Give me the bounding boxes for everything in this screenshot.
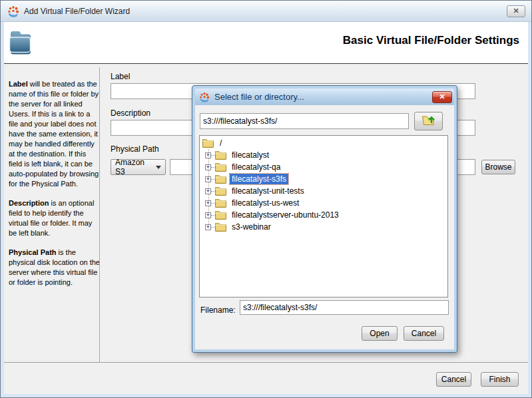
expand-plus-icon[interactable]: +	[205, 200, 211, 206]
expand-plus-icon[interactable]: +	[205, 176, 211, 182]
tree-root-item[interactable]: /	[200, 137, 447, 149]
help-paragraph-description: Description is an optional field to help…	[9, 198, 101, 238]
folder-icon	[215, 150, 226, 160]
expand-plus-icon[interactable]: +	[205, 188, 211, 194]
browse-button[interactable]: Browse	[481, 160, 515, 174]
folder-icon	[215, 198, 226, 208]
expand-plus-icon[interactable]: +	[205, 152, 211, 158]
wizard-header: Basic Virtual File/Folder Settings	[4, 22, 528, 64]
tree-item-label: filecatalyst-unit-tests	[230, 186, 306, 196]
blue-folder-icon	[9, 26, 33, 59]
tree-item[interactable]: + filecatalystserver-ubuntu-2013	[200, 209, 447, 221]
expand-plus-icon[interactable]: +	[205, 212, 211, 218]
tree-children: + filecatalyst + filecatalyst-qa +	[200, 149, 447, 233]
file-chooser-dialog: Select file or directory... ✕	[192, 85, 457, 353]
tree-root-label: /	[218, 138, 224, 148]
wizard-finish-button[interactable]: Finish	[481, 372, 519, 387]
folder-icon	[215, 186, 226, 196]
tree-item-label: filecatalyst-s3fs	[230, 174, 288, 184]
open-button[interactable]: Open	[362, 326, 398, 341]
storage-type-selected-value: Amazon S3	[115, 158, 153, 176]
folder-icon	[215, 174, 226, 184]
window-title: Add Virtual File/Folder Wizard	[24, 7, 507, 16]
tree-item[interactable]: + filecatalyst	[200, 149, 447, 161]
filename-input[interactable]	[240, 300, 449, 315]
tree-item[interactable]: + filecatalyst-unit-tests	[200, 185, 447, 197]
folder-icon	[215, 222, 226, 232]
filename-label: Filename:	[200, 305, 236, 315]
dialog-cancel-button[interactable]: Cancel	[403, 326, 444, 341]
folder-up-icon	[421, 114, 436, 129]
expand-plus-icon[interactable]: +	[205, 164, 211, 170]
help-paragraph-label: Label will be treated as the name of thi…	[9, 79, 101, 189]
tree-item-label: filecatalystserver-ubuntu-2013	[230, 210, 341, 220]
file-chooser-titlebar: Select file or directory... ✕	[195, 89, 454, 105]
tree-item[interactable]: + filecatalyst-qa	[200, 161, 447, 173]
wizard-window: Add Virtual File/Folder Wizard ✕ Basic V…	[0, 0, 532, 398]
tree-item[interactable]: + filecatalyst-s3fs	[200, 173, 447, 185]
help-text-panel: Label will be treated as the name of thi…	[9, 79, 101, 297]
chevron-down-icon	[156, 166, 161, 169]
folder-icon	[202, 138, 214, 148]
description-field-label: Description	[111, 108, 150, 118]
tree-item-label: filecatalyst-us-west	[230, 198, 301, 208]
tree-item-label: filecatalyst-qa	[230, 162, 282, 172]
storage-type-dropdown[interactable]: Amazon S3	[111, 159, 166, 175]
tree-item-label: filecatalyst	[230, 150, 271, 160]
path-input[interactable]	[200, 113, 409, 129]
page-title: Basic Virtual File/Folder Settings	[343, 34, 519, 47]
wizard-cancel-button[interactable]: Cancel	[436, 372, 471, 387]
physical-path-field-label: Physical Path	[111, 144, 159, 154]
wizard-titlebar: Add Virtual File/Folder Wizard ✕	[1, 1, 531, 22]
filecatalyst-logo-icon	[199, 92, 210, 102]
directory-tree[interactable]: / + filecatalyst + filecatalyst-qa +	[199, 135, 448, 298]
footer-divider	[4, 362, 528, 363]
tree-item[interactable]: + s3-webinar	[200, 221, 447, 233]
help-paragraph-physical-path: Physical Path is the physical disk locat…	[9, 248, 101, 288]
up-directory-button[interactable]	[414, 112, 443, 130]
sidebar-divider	[99, 67, 100, 362]
dialog-title: Select file or directory...	[214, 92, 432, 102]
filecatalyst-logo-icon	[7, 5, 19, 17]
folder-icon	[215, 162, 226, 172]
dialog-close-button[interactable]: ✕	[432, 91, 452, 103]
tree-item[interactable]: + filecatalyst-us-west	[200, 197, 447, 209]
window-close-button[interactable]: ✕	[507, 5, 525, 17]
tree-item-label: s3-webinar	[230, 222, 273, 232]
folder-icon	[215, 210, 226, 220]
file-chooser-body: / + filecatalyst + filecatalyst-qa +	[195, 105, 454, 349]
label-field-label: Label	[111, 72, 130, 81]
expand-plus-icon[interactable]: +	[205, 224, 211, 230]
